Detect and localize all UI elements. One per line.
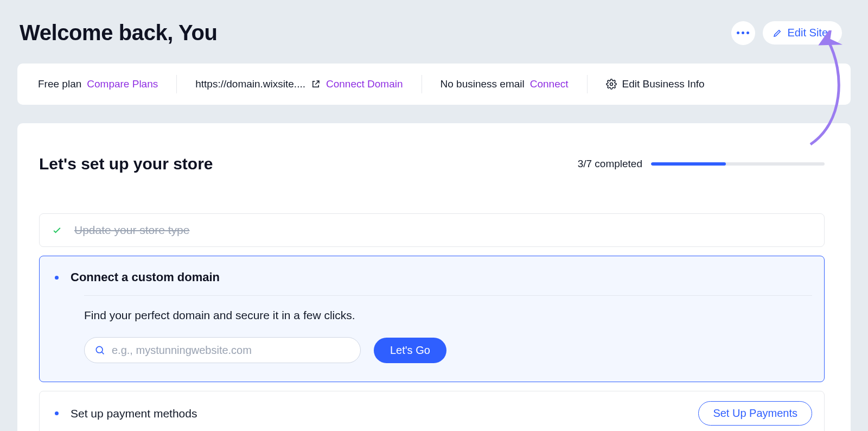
step-payment[interactable]: Set up payment methods Set Up Payments bbox=[39, 391, 825, 431]
step-description: Find your perfect domain and secure it i… bbox=[84, 309, 812, 322]
step-active-header: Connect a custom domain bbox=[52, 270, 812, 284]
progress-fill bbox=[651, 162, 726, 166]
step-active-body: Find your perfect domain and secure it i… bbox=[84, 309, 812, 363]
step-active-title: Connect a custom domain bbox=[71, 270, 220, 284]
progress-text: 3/7 completed bbox=[578, 158, 642, 170]
edit-site-label: Edit Site bbox=[788, 27, 828, 39]
svg-point-1 bbox=[96, 346, 103, 353]
check-icon bbox=[52, 225, 62, 236]
email-label: No business email bbox=[441, 78, 525, 90]
search-icon bbox=[94, 345, 105, 356]
lets-go-button[interactable]: Let's Go bbox=[374, 338, 446, 363]
connect-email-link[interactable]: Connect bbox=[530, 78, 569, 90]
more-icon bbox=[737, 31, 749, 34]
domain-search-input-wrap[interactable] bbox=[84, 337, 361, 363]
domain-segment: https://domain.wixsite.... Connect Domai… bbox=[195, 75, 422, 93]
plan-segment: Free plan Compare Plans bbox=[38, 75, 177, 93]
plan-label: Free plan bbox=[38, 78, 81, 90]
svg-point-0 bbox=[610, 83, 612, 86]
edit-business-info-label: Edit Business Info bbox=[622, 78, 705, 90]
setup-header: Let's set up your store 3/7 completed bbox=[39, 155, 825, 173]
step-label: Update your store type bbox=[74, 224, 189, 237]
domain-search-row: Let's Go bbox=[84, 337, 812, 363]
divider bbox=[84, 295, 812, 296]
gear-icon bbox=[606, 79, 617, 90]
edit-site-button[interactable]: Edit Site bbox=[763, 21, 842, 45]
pencil-icon bbox=[773, 28, 782, 38]
setup-payments-button[interactable]: Set Up Payments bbox=[698, 401, 812, 426]
page-title: Welcome back, You bbox=[20, 21, 217, 45]
step-completed[interactable]: Update your store type bbox=[39, 213, 825, 247]
bullet-icon bbox=[55, 411, 59, 415]
step-label: Set up payment methods bbox=[71, 407, 197, 420]
business-info-segment[interactable]: Edit Business Info bbox=[606, 75, 705, 93]
email-segment: No business email Connect bbox=[441, 75, 588, 93]
domain-search-input[interactable] bbox=[112, 344, 350, 357]
site-info-bar: Free plan Compare Plans https://domain.w… bbox=[17, 64, 851, 105]
domain-text: https://domain.wixsite.... bbox=[195, 78, 305, 90]
connect-domain-link[interactable]: Connect Domain bbox=[326, 78, 403, 90]
bullet-icon bbox=[55, 276, 59, 280]
more-options-button[interactable] bbox=[731, 21, 755, 45]
external-link-icon[interactable] bbox=[311, 79, 321, 89]
setup-card: Let's set up your store 3/7 completed Up… bbox=[17, 123, 851, 431]
setup-steps: Update your store type Connect a custom … bbox=[39, 213, 825, 431]
compare-plans-link[interactable]: Compare Plans bbox=[87, 78, 158, 90]
setup-title: Let's set up your store bbox=[39, 155, 213, 173]
step-payment-left: Set up payment methods bbox=[52, 407, 197, 420]
progress-indicator: 3/7 completed bbox=[578, 158, 825, 170]
progress-bar bbox=[651, 162, 825, 166]
step-active: Connect a custom domain Find your perfec… bbox=[39, 256, 825, 382]
header-actions: Edit Site bbox=[731, 21, 842, 45]
